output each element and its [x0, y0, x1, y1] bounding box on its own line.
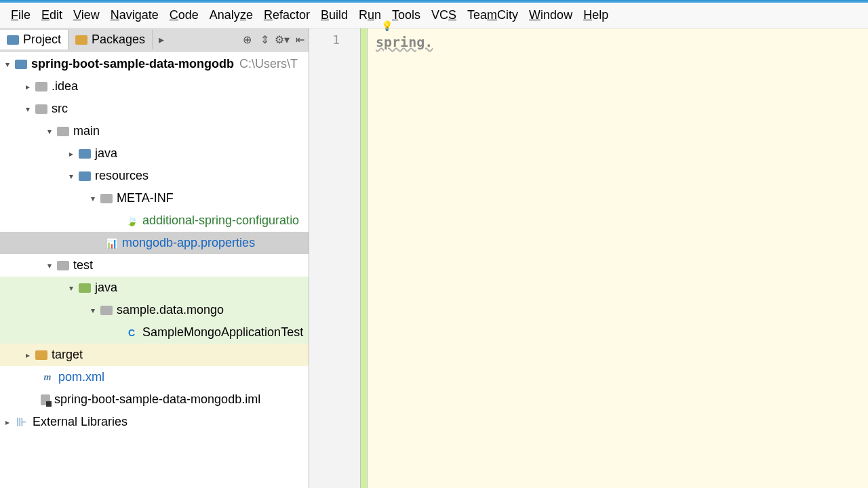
editor-gutter: 1	[309, 28, 361, 488]
tree-iml[interactable]: spring-boot-sample-data-mongodb.iml	[0, 388, 309, 411]
tree-src-label: src	[52, 102, 68, 116]
menu-analyze[interactable]: Analyze	[204, 5, 258, 25]
chevron-right-icon[interactable]: ▸	[66, 149, 76, 159]
locate-icon[interactable]: ⊕	[238, 31, 256, 49]
tab-project[interactable]: Project	[0, 30, 68, 49]
tree-metainf-label: META-INF	[117, 191, 174, 205]
tree-root[interactable]: ▾ spring-boot-sample-data-mongodb C:\Use…	[0, 53, 309, 75]
folder-icon	[35, 104, 47, 114]
tree-idea-label: .idea	[52, 79, 78, 94]
tree-test[interactable]: ▾ test	[0, 254, 309, 277]
tree-target[interactable]: ▸ target	[0, 344, 309, 366]
tree-root-label: spring-boot-sample-data-mongodb	[31, 57, 234, 71]
menu-navigate[interactable]: Navigate	[105, 5, 164, 25]
chevron-down-icon[interactable]: ▾	[88, 306, 98, 315]
tree-sample-pkg-label: sample.data.mongo	[117, 303, 224, 317]
chevron-right-icon[interactable]: ▸	[23, 82, 33, 92]
menu-code[interactable]: Code	[164, 5, 204, 25]
test-folder-icon	[79, 283, 91, 293]
tree-additional-spring-label: additional-spring-configuratio	[142, 214, 299, 228]
tab-packages[interactable]: Packages	[68, 30, 153, 49]
tree-idea[interactable]: ▸ .idea	[0, 75, 309, 98]
menu-teamcity[interactable]: TeamCity	[462, 5, 524, 25]
menu-edit[interactable]: Edit	[36, 5, 68, 25]
iml-file-icon	[41, 394, 50, 405]
menu-refactor[interactable]: Refactor	[258, 5, 315, 25]
folder-icon	[100, 194, 113, 203]
project-tree: ▾ spring-boot-sample-data-mongodb C:\Use…	[0, 52, 309, 433]
collapse-icon[interactable]: ⇕	[256, 31, 273, 49]
tree-additional-spring[interactable]: 🍃 additional-spring-configuratio	[0, 209, 309, 232]
tree-iml-label: spring-boot-sample-data-mongodb.iml	[54, 392, 260, 407]
tree-java-test[interactable]: ▾ java	[0, 277, 309, 299]
folder-icon	[57, 127, 69, 136]
tree-java-test-label: java	[95, 281, 117, 295]
chevron-down-icon[interactable]: ▾	[66, 283, 76, 293]
tree-external-libs[interactable]: ▸ ⊪ External Libraries	[0, 411, 309, 433]
resources-folder-icon	[79, 171, 91, 181]
menu-help[interactable]: Help	[578, 5, 614, 25]
tree-mongodb-props-label: mongodb-app.properties	[122, 236, 255, 250]
editor-text: spring.	[376, 34, 433, 50]
chevron-down-icon[interactable]: ▾	[88, 194, 98, 203]
project-icon	[7, 35, 19, 45]
tree-java-main[interactable]: ▸ java	[0, 142, 309, 165]
maven-icon: m	[41, 372, 54, 383]
properties-file-icon: 📊	[104, 238, 118, 249]
tree-metainf[interactable]: ▾ META-INF	[0, 187, 309, 209]
tab-packages-label: Packages	[92, 33, 145, 47]
menu-file[interactable]: File	[5, 5, 36, 25]
project-folder-icon	[15, 60, 27, 69]
package-icon	[100, 306, 113, 315]
tool-window-tabs: Project Packages ▸ ⊕ ⇕ ⚙▾ ⇤	[0, 28, 309, 52]
chevron-down-icon[interactable]: ▾	[45, 261, 54, 270]
tree-external-label: External Libraries	[33, 415, 127, 429]
menu-vcs[interactable]: VCS	[426, 5, 462, 25]
editor-pane[interactable]: 1 spring.	[309, 28, 868, 488]
folder-icon	[57, 261, 69, 270]
tree-pom-label: pom.xml	[58, 370, 104, 384]
tree-java-main-label: java	[95, 146, 117, 161]
hide-icon[interactable]: ⇤	[291, 31, 309, 49]
tree-test-label: test	[73, 258, 93, 272]
tree-pom[interactable]: m pom.xml	[0, 366, 309, 388]
tree-root-path: C:\Users\T	[239, 57, 298, 71]
chevron-down-icon[interactable]: ▾	[66, 171, 76, 181]
chevron-down-icon[interactable]: ▾	[45, 127, 54, 136]
chevron-right-icon[interactable]: ▸	[23, 350, 33, 360]
menu-window[interactable]: Window	[524, 5, 578, 25]
package-icon	[75, 35, 87, 45]
spring-config-icon: 🍃	[125, 216, 138, 226]
libraries-icon: ⊪	[15, 417, 28, 428]
chevron-down-icon[interactable]: ▾	[3, 60, 12, 69]
excluded-folder-icon	[35, 350, 47, 360]
tab-project-label: Project	[23, 33, 61, 47]
tree-sample-pkg[interactable]: ▾ sample.data.mongo	[0, 299, 309, 321]
project-sidebar: Project Packages ▸ ⊕ ⇕ ⚙▾ ⇤ ▾ spring-boo…	[0, 28, 309, 488]
editor-content[interactable]: spring.	[368, 28, 868, 488]
source-folder-icon	[79, 149, 91, 159]
tree-src[interactable]: ▾ src	[0, 98, 309, 120]
tree-mongodb-props[interactable]: 📊 mongodb-app.properties	[0, 232, 309, 254]
tree-test-class-label: SampleMongoApplicationTest	[142, 325, 303, 340]
class-icon: C	[125, 327, 138, 338]
chevron-down-icon[interactable]: ▾	[23, 104, 33, 114]
tree-test-class[interactable]: C SampleMongoApplicationTest	[0, 321, 309, 344]
menu-build[interactable]: Build	[315, 5, 353, 25]
tree-resources[interactable]: ▾ resources	[0, 165, 309, 187]
tree-main-label: main	[73, 124, 100, 138]
expand-arrow-icon[interactable]: ▸	[153, 31, 170, 49]
vcs-gutter-icon	[361, 28, 368, 488]
folder-icon	[35, 82, 47, 92]
tree-target-label: target	[52, 348, 83, 362]
menu-view[interactable]: View	[68, 5, 105, 25]
tree-resources-label: resources	[95, 169, 149, 183]
gear-icon[interactable]: ⚙▾	[273, 31, 291, 49]
intention-bulb-icon[interactable]: 💡	[381, 20, 393, 31]
tree-main[interactable]: ▾ main	[0, 120, 309, 142]
chevron-right-icon[interactable]: ▸	[3, 418, 12, 427]
menu-bar: File Edit View Navigate Code Analyze Ref…	[0, 3, 868, 28]
line-number: 1	[309, 33, 360, 47]
